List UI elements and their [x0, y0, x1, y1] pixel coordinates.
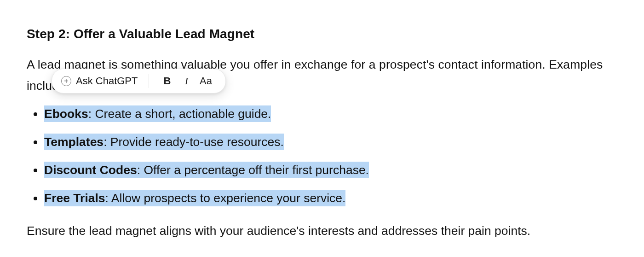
list-item-desc: : Create a short, actionable guide. — [88, 107, 271, 121]
selection-toolbar: + Ask ChatGPT B I Aa — [52, 69, 226, 93]
list-item: Discount Codes: Offer a percentage off t… — [44, 161, 617, 180]
plus-circle-icon: + — [61, 76, 71, 86]
list-item-desc: : Provide ready-to-use resources. — [104, 135, 284, 149]
list-item-term: Ebooks — [44, 107, 88, 121]
list-item-term: Discount Codes — [44, 163, 137, 177]
document-page: Step 2: Offer a Valuable Lead Magnet A l… — [0, 0, 644, 242]
outro-paragraph: Ensure the lead magnet aligns with your … — [27, 221, 617, 242]
list-item: Templates: Provide ready-to-use resource… — [44, 133, 617, 152]
list-item-desc: : Offer a percentage off their first pur… — [137, 163, 369, 177]
toolbar-divider — [149, 74, 149, 88]
lead-magnet-list: Ebooks: Create a short, actionable guide… — [27, 105, 617, 208]
list-item: Free Trials: Allow prospects to experien… — [44, 189, 617, 208]
step-heading: Step 2: Offer a Valuable Lead Magnet — [27, 27, 617, 41]
list-item-term: Free Trials — [44, 191, 105, 205]
ask-chatgpt-button[interactable]: + Ask ChatGPT — [58, 75, 140, 87]
bold-button[interactable]: B — [157, 75, 177, 87]
list-item-term: Templates — [44, 135, 104, 149]
ask-chatgpt-label: Ask ChatGPT — [76, 75, 138, 87]
text-style-button[interactable]: Aa — [196, 75, 215, 87]
italic-button[interactable]: I — [177, 75, 196, 87]
list-item-desc: : Allow prospects to experience your ser… — [105, 191, 346, 205]
list-item: Ebooks: Create a short, actionable guide… — [44, 105, 617, 123]
